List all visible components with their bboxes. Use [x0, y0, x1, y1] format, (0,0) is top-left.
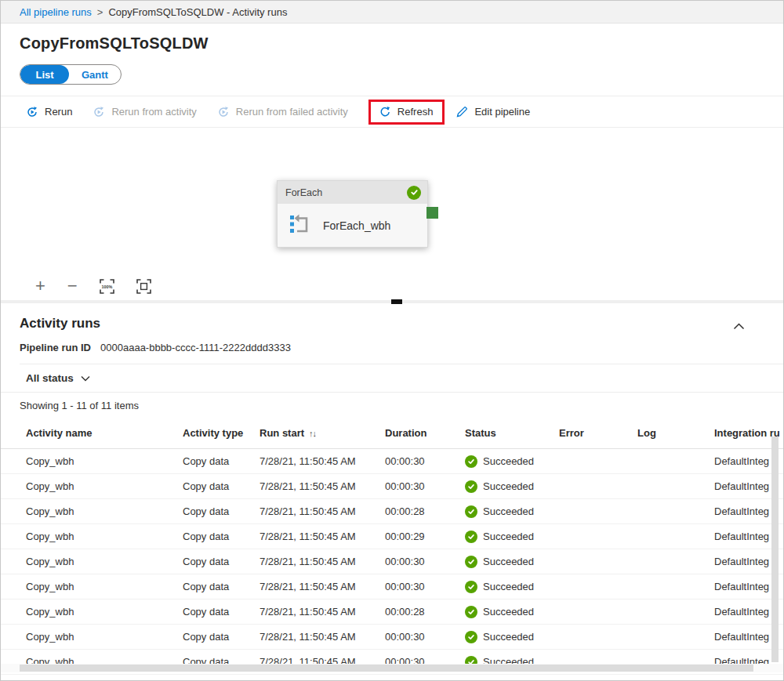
toggle-list[interactable]: List [20, 65, 69, 84]
pipeline-run-id-label: Pipeline run ID [20, 342, 91, 353]
view-toggle: List Gantt [20, 64, 122, 85]
canvas-zoom-controls: + − 100% [1, 272, 783, 300]
breadcrumb-separator: > [97, 6, 103, 18]
foreach-activity-node[interactable]: ForEach ForEach_wbh [277, 180, 428, 248]
foreach-node-type-label: ForEach [285, 187, 322, 198]
succeeded-check-icon [465, 531, 477, 543]
table-row[interactable]: Copy_wbhCopy data7/28/21, 11:50:45 AM00:… [1, 524, 783, 549]
rerun-from-failed-activity-icon [217, 106, 230, 118]
node-success-check-icon [407, 186, 421, 200]
zoom-reset-icon: 100% [100, 279, 114, 294]
refresh-icon [379, 106, 391, 118]
status-filter-dropdown[interactable]: All status [26, 372, 90, 384]
items-count-text: Showing 1 - 11 of 11 items [1, 393, 783, 418]
succeeded-check-icon [465, 631, 477, 643]
refresh-label: Refresh [397, 106, 434, 118]
toolbar: Rerun Rerun from activity Rerun from fai… [1, 96, 783, 128]
activity-runs-page: All pipeline runs > CopyFromSQLToSQLDW -… [0, 0, 784, 681]
col-status: Status [465, 427, 559, 439]
zoom-to-fit-button[interactable] [136, 279, 151, 294]
pipeline-run-id-value: 0000aaaa-bbbb-cccc-1111-2222dddd3333 [100, 342, 291, 353]
succeeded-check-icon [465, 556, 477, 568]
node-output-connector [426, 207, 438, 219]
rerun-icon [26, 106, 38, 118]
table-row[interactable]: Copy_wbhCopy data7/28/21, 11:50:45 AM00:… [1, 549, 783, 574]
rerun-button[interactable]: Rerun [26, 106, 72, 118]
rerun-label: Rerun [45, 106, 72, 118]
refresh-highlight-box: Refresh [368, 100, 445, 125]
col-duration: Duration [385, 427, 465, 439]
chevron-up-icon [733, 323, 745, 330]
succeeded-check-icon [465, 606, 477, 618]
succeeded-check-icon [465, 581, 477, 593]
zoom-reset-button[interactable]: 100% [100, 279, 114, 294]
minus-icon: − [67, 277, 78, 295]
zoom-to-fit-icon [136, 279, 151, 294]
zoom-in-button[interactable]: + [35, 277, 45, 295]
succeeded-check-icon [465, 455, 477, 468]
col-activity-type: Activity type [183, 427, 260, 439]
chevron-down-icon [81, 375, 90, 382]
pipeline-run-id-row: Pipeline run ID 0000aaaa-bbbb-cccc-1111-… [20, 342, 783, 353]
zoom-out-button[interactable]: − [67, 277, 78, 295]
col-activity-name: Activity name [26, 427, 183, 439]
rerun-from-failed-activity-label: Rerun from failed activity [236, 106, 348, 118]
activity-runs-section-header: Activity runs Pipeline run ID 0000aaaa-b… [1, 303, 783, 364]
breadcrumb-all-pipeline-runs-link[interactable]: All pipeline runs [20, 6, 92, 18]
succeeded-check-icon [465, 480, 477, 493]
toggle-gantt[interactable]: Gantt [69, 65, 121, 84]
filter-row: All status [1, 364, 783, 393]
rerun-from-activity-icon [93, 106, 105, 118]
succeeded-check-icon [465, 505, 477, 518]
sort-arrows-icon: ↑↓ [309, 429, 316, 438]
edit-pipeline-label: Edit pipeline [474, 106, 530, 118]
foreach-node-header: ForEach [278, 181, 427, 204]
breadcrumb-current: CopyFromSQLToSQLDW - Activity runs [108, 6, 287, 18]
status-filter-label: All status [26, 372, 74, 384]
breadcrumb: All pipeline runs > CopyFromSQLToSQLDW -… [1, 1, 783, 24]
col-run-start[interactable]: Run start↑↓ [260, 427, 385, 439]
pipeline-canvas: ForEach ForEach_wbh [1, 128, 783, 272]
foreach-node-name: ForEach_wbh [323, 219, 390, 232]
edit-pipeline-button[interactable]: Edit pipeline [456, 106, 530, 118]
col-error: Error [559, 427, 637, 439]
table-row[interactable]: Copy_wbhCopy data7/28/21, 11:50:45 AM00:… [1, 625, 783, 650]
col-log: Log [637, 427, 714, 439]
table-horizontal-scrollbar-thumb[interactable] [20, 665, 753, 672]
table-header-row: Activity name Activity type Run start↑↓ … [1, 418, 783, 449]
table-row[interactable]: Copy_wbhCopy data7/28/21, 11:50:45 AM00:… [1, 574, 783, 599]
table-row[interactable]: Copy_wbhCopy data7/28/21, 11:50:45 AM00:… [1, 449, 783, 474]
table-vertical-scrollbar[interactable] [771, 436, 779, 662]
pencil-icon [456, 106, 468, 118]
rerun-from-activity-label: Rerun from activity [111, 106, 196, 118]
foreach-node-body: ForEach_wbh [278, 204, 427, 248]
plus-icon: + [35, 277, 45, 295]
table-row[interactable]: Copy_wbhCopy data7/28/21, 11:50:45 AM00:… [1, 599, 783, 625]
title-bar: CopyFromSQLToSQLDW List Gantt [1, 24, 783, 85]
refresh-button[interactable]: Refresh [379, 106, 434, 118]
activity-runs-heading: Activity runs [20, 316, 783, 331]
rerun-from-activity-button[interactable]: Rerun from activity [93, 106, 196, 118]
svg-text:100%: 100% [101, 284, 112, 288]
collapse-section-button[interactable] [733, 319, 745, 333]
table-row[interactable]: Copy_wbhCopy data7/28/21, 11:50:45 AM00:… [1, 474, 783, 499]
table-row[interactable]: Copy_wbhCopy data7/28/21, 11:50:45 AM00:… [1, 499, 783, 524]
rerun-from-failed-activity-button[interactable]: Rerun from failed activity [217, 106, 348, 118]
foreach-icon [289, 212, 310, 239]
table-horizontal-scrollbar-track [1, 664, 783, 672]
page-title: CopyFromSQLToSQLDW [20, 34, 783, 53]
